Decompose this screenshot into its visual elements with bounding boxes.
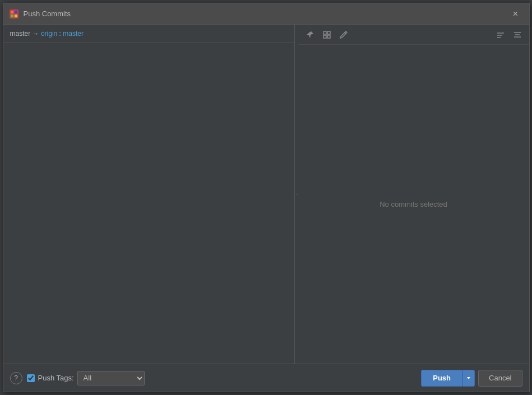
commits-list: [3, 43, 294, 364]
title-bar: Push Commits ×: [3, 3, 529, 25]
svg-rect-2: [15, 11, 17, 13]
push-tags-label: Push Tags:: [38, 374, 74, 382]
layout-button[interactable]: [320, 27, 334, 42]
svg-rect-3: [11, 15, 13, 17]
branch-arrow: →: [33, 30, 39, 38]
commit-details: No commits selected: [298, 45, 529, 364]
push-dropdown-button[interactable]: [462, 370, 475, 387]
right-toolbar: [298, 25, 529, 45]
svg-rect-7: [323, 35, 326, 38]
tags-dropdown[interactable]: All None Annotated: [77, 371, 145, 385]
push-tags-area: Push Tags: All None Annotated: [27, 371, 145, 385]
group-button[interactable]: [510, 27, 525, 42]
branch-header: master → origin : master: [3, 25, 294, 43]
content-area: master → origin : master ⋮: [3, 25, 529, 392]
source-branch: master: [10, 30, 31, 38]
bottom-bar: ? Push Tags: All None Annotated Push: [3, 364, 529, 392]
pin-button[interactable]: [303, 27, 317, 42]
svg-rect-1: [11, 11, 13, 13]
left-panel: master → origin : master: [3, 25, 295, 364]
push-button-group: Push: [421, 370, 475, 387]
close-button[interactable]: ×: [508, 6, 524, 22]
help-button[interactable]: ?: [10, 372, 22, 384]
svg-rect-4: [15, 15, 17, 17]
cancel-button[interactable]: Cancel: [478, 370, 522, 387]
branch-info: master → origin : master: [10, 30, 84, 38]
bottom-actions: Push Cancel: [421, 370, 522, 387]
push-button[interactable]: Push: [421, 370, 462, 387]
right-panel: No commits selected: [298, 25, 529, 364]
target-branch: master: [63, 30, 84, 38]
app-icon: [9, 9, 19, 19]
svg-rect-6: [327, 31, 330, 34]
dialog-title: Push Commits: [24, 10, 508, 18]
edit-button[interactable]: [336, 27, 351, 42]
sort-button[interactable]: [493, 27, 508, 42]
no-commits-message: No commits selected: [380, 200, 447, 208]
svg-rect-8: [327, 35, 330, 38]
push-tags-checkbox-label[interactable]: [27, 374, 35, 382]
push-tags-checkbox[interactable]: [27, 374, 35, 382]
remote-name: origin: [41, 30, 57, 38]
push-commits-dialog: Push Commits × master → origin : master: [3, 3, 530, 392]
svg-rect-5: [323, 31, 326, 34]
main-panels: master → origin : master ⋮: [3, 25, 529, 364]
